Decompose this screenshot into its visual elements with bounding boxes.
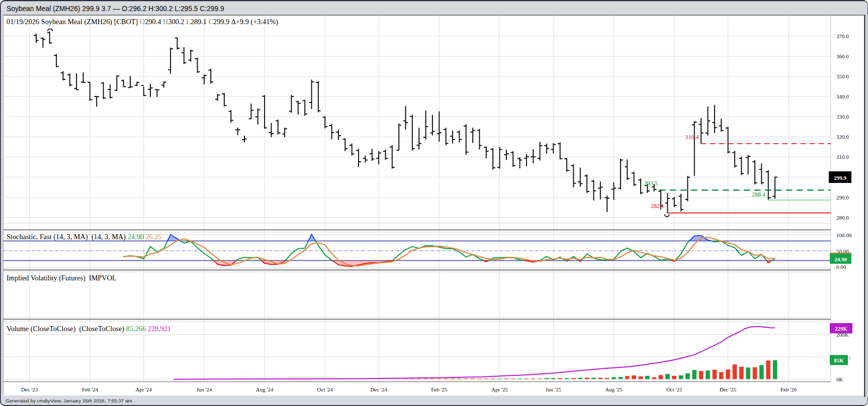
svg-text:Implied Volatility (Futures): Implied Volatility (Futures) IMPVOL [7, 274, 117, 282]
svg-text:288.4: 288.4 [752, 191, 765, 198]
svg-text:Soybean Meal (ZMH26) 299.9 3.7: Soybean Meal (ZMH26) 299.9 3.7 — O:296.2… [7, 5, 224, 13]
svg-text:85K: 85K [834, 357, 844, 363]
svg-text:282.1: 282.1 [651, 202, 664, 210]
svg-text:01/19/2026 Soybean Meal (ZMH26: 01/19/2026 Soybean Meal (ZMH26) [CBOT] O… [7, 18, 278, 26]
svg-text:Feb '24: Feb '24 [82, 386, 99, 392]
svg-text:Dec '25: Dec '25 [720, 386, 737, 392]
svg-text:290.0: 290.0 [836, 194, 849, 200]
svg-text:Jun '25: Jun '25 [546, 386, 562, 392]
svg-text:330.0: 330.0 [836, 114, 849, 120]
svg-text:360.0: 360.0 [836, 53, 849, 59]
svg-text:Stochastic, Fast (14, 3, MA): Stochastic, Fast (14, 3, MA) (14, 3, MA)… [7, 233, 162, 241]
svg-text:320.0: 320.0 [836, 134, 849, 140]
svg-text:100.00: 100.00 [836, 232, 852, 238]
svg-text:293.5: 293.5 [644, 180, 658, 187]
svg-text:Generated by cmdtyView, Januar: Generated by cmdtyView, January 25th 202… [6, 398, 132, 403]
svg-text:Dec '23: Dec '23 [21, 386, 38, 392]
svg-text:316.4: 316.4 [685, 134, 699, 141]
svg-text:Jun '24: Jun '24 [196, 386, 212, 392]
svg-text:Oct '25: Oct '25 [666, 386, 682, 392]
svg-text:0K: 0K [836, 376, 843, 382]
svg-text:229K: 229K [835, 326, 848, 332]
svg-text:Apr '25: Apr '25 [491, 386, 508, 392]
svg-text:340.0: 340.0 [836, 93, 849, 99]
svg-text:Feb '25: Feb '25 [431, 386, 448, 392]
svg-text:Apr '24: Apr '24 [135, 386, 152, 392]
svg-text:280.0: 280.0 [836, 215, 849, 221]
svg-text:Aug '24: Aug '24 [256, 386, 274, 392]
svg-text:Oct '24: Oct '24 [317, 386, 333, 392]
svg-text:Feb '26: Feb '26 [780, 386, 797, 392]
svg-text:310.0: 310.0 [836, 154, 849, 160]
svg-text:299.9: 299.9 [834, 175, 846, 181]
svg-text:Volume (CloseToClose) (CloseT: Volume (CloseToClose) (CloseToClose) 85,… [7, 325, 171, 333]
svg-text:24.90: 24.90 [834, 256, 847, 262]
svg-text:370.0: 370.0 [836, 33, 849, 39]
svg-text:Dec '24: Dec '24 [370, 386, 387, 392]
svg-text:0.00: 0.00 [836, 264, 846, 270]
svg-text:Aug '25: Aug '25 [605, 386, 623, 392]
svg-text:350.0: 350.0 [836, 73, 849, 79]
